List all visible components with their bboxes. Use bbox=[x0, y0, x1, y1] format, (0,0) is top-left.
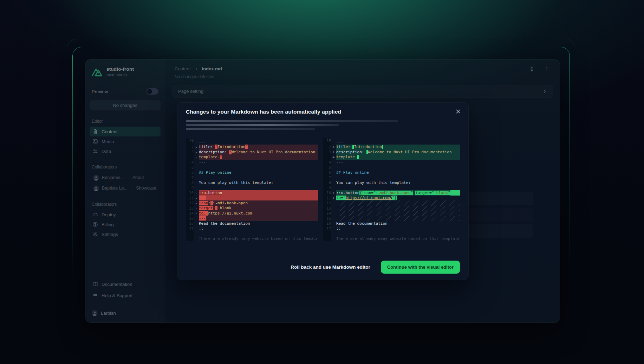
diff-line: 13 bbox=[323, 206, 460, 211]
diff-line: 10-::u-button bbox=[186, 190, 318, 196]
dialog-footer: Roll back and use Markdown editor Contin… bbox=[177, 254, 468, 280]
skeleton-line bbox=[186, 124, 339, 126]
diff-line: 17:: bbox=[323, 226, 460, 231]
diff-line: 15---- bbox=[186, 216, 318, 221]
diff-line: There are already many website based on … bbox=[186, 236, 318, 242]
diff-line: 18 bbox=[186, 231, 318, 236]
diff-line: 10+::u-button{icon="i-mdi-book-open" tar… bbox=[323, 190, 460, 196]
diff-line: 9 bbox=[186, 185, 318, 191]
diff-line: 1--- bbox=[186, 139, 318, 145]
diff-line: 8You can play with this template: bbox=[323, 180, 460, 185]
diff-line: 7 bbox=[323, 175, 460, 180]
diff-line: There are already many website based on … bbox=[323, 236, 460, 242]
diff-line: -template." bbox=[186, 155, 318, 160]
diff-line: 3+description: Welcome to Nuxt UI Pro do… bbox=[323, 149, 460, 155]
diff-pane-modified: 1---2+title: Introduction3+description: … bbox=[323, 138, 460, 241]
diff-line: 12 bbox=[323, 200, 460, 206]
diff-line: 16Read the documentation bbox=[186, 221, 318, 226]
diff-line: 11---- bbox=[186, 196, 318, 201]
diff-line: 4--- bbox=[323, 160, 460, 165]
diff-line: 17:: bbox=[186, 226, 318, 231]
diff-line: 5 bbox=[323, 165, 460, 170]
diff-line: 3-description: "Welcome to Nuxt UI Pro d… bbox=[186, 149, 318, 155]
diff-line: 6## Play online bbox=[186, 170, 318, 175]
app-window: studio-front nuxt.studio Preview No chan… bbox=[85, 59, 560, 323]
close-icon[interactable] bbox=[455, 108, 461, 115]
diff-line: 6## Play online bbox=[323, 170, 460, 175]
diff-line: 12-icon: i-mdi-book-open bbox=[186, 200, 318, 206]
diff-line: 5 bbox=[186, 165, 318, 170]
diff-line: 7 bbox=[186, 175, 318, 180]
dialog-title: Changes to your Markdown has been automa… bbox=[186, 109, 341, 115]
diff-line: +template. bbox=[323, 155, 460, 160]
skeleton-line bbox=[186, 128, 315, 130]
rollback-button[interactable]: Roll back and use Markdown editor bbox=[291, 264, 370, 270]
diff-line: 11+to="https://ui.nuxt.com/"} bbox=[323, 196, 460, 201]
diff-line: 16Read the documentation bbox=[323, 221, 460, 226]
diff-line: 2+title: Introduction bbox=[323, 145, 460, 150]
skeleton-line bbox=[186, 120, 398, 122]
diff-line: 9 bbox=[323, 185, 460, 191]
diff-line: 14 bbox=[323, 211, 460, 216]
continue-visual-editor-button[interactable]: Continue with the visual editor bbox=[381, 261, 460, 274]
diff-line: 2-title: "Introduction" bbox=[186, 145, 318, 150]
markdown-changes-dialog: Changes to your Markdown has been automa… bbox=[177, 103, 468, 280]
diff-line: 4--- bbox=[186, 160, 318, 165]
diff-line: 18 bbox=[323, 231, 460, 236]
diff-line: 1--- bbox=[323, 139, 460, 145]
diff-line: 8You can play with this template: bbox=[186, 180, 318, 185]
diff-line: 15 bbox=[323, 216, 460, 221]
page-background: studio-front nuxt.studio Preview No chan… bbox=[0, 0, 644, 364]
diff-line: 13-target: _blank bbox=[186, 206, 318, 211]
diff-pane-original: 1---2-title: "Introduction"3-description… bbox=[186, 138, 318, 241]
diff-line: 14-to: https://ui.nuxt.com bbox=[186, 211, 318, 216]
